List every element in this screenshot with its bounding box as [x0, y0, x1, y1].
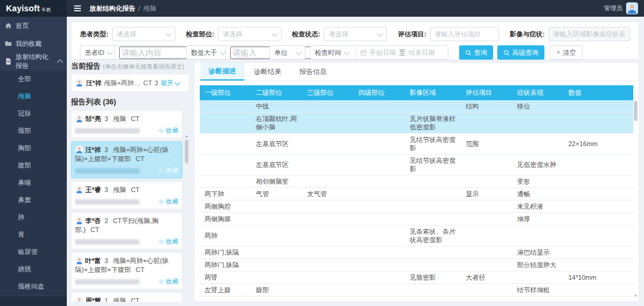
table-cell[interactable]: 22×16mm — [564, 134, 633, 154]
favorite-button[interactable]: ☆收藏 — [158, 197, 178, 206]
table-cell[interactable] — [564, 246, 633, 259]
filter-input[interactable] — [435, 30, 494, 38]
sidebar-subitem[interactable]: 全部 — [0, 70, 67, 88]
app-logo[interactable]: Kayisoft 卡易 — [0, 0, 67, 17]
table-cell[interactable] — [564, 259, 633, 271]
sidebar-subitem[interactable]: 肺 — [0, 209, 67, 226]
sidebar-subitem[interactable]: 颈部 — [0, 122, 67, 140]
table-cell[interactable]: 未见积液 — [512, 200, 564, 213]
tab-diagnosis-description[interactable]: 诊断描述 — [200, 63, 244, 81]
table-cell[interactable] — [512, 225, 564, 246]
table-scrollbar[interactable]: ▼ — [633, 100, 638, 296]
table-cell[interactable] — [302, 246, 354, 259]
tab-diagnosis-result[interactable]: 诊断结果 — [246, 63, 290, 81]
table-cell[interactable] — [461, 113, 512, 134]
table-cell[interactable] — [564, 188, 633, 200]
value-compare-select[interactable]: 数值大于 — [187, 46, 226, 59]
sidebar-subitem[interactable]: 颈椎间盘 — [0, 278, 67, 295]
favorite-button[interactable]: ☆收藏 — [158, 126, 178, 135]
table-cell[interactable] — [564, 213, 633, 225]
sidebar-subitem[interactable]: 胸部 — [0, 140, 67, 157]
list-item[interactable]: 李*杏2CT平扫(颅脑,胸部,)CT☆收藏 — [71, 212, 182, 249]
table-cell[interactable]: 见结节状高密度影 — [405, 154, 461, 175]
table-cell[interactable]: 见致密影 — [405, 271, 461, 284]
table-cell[interactable] — [461, 154, 512, 175]
current-report-card[interactable]: 汪*祥 颅脑+两肺+心... CT 3 展开 — [71, 74, 189, 92]
table-cell[interactable] — [354, 225, 405, 246]
table-cell[interactable] — [405, 246, 461, 259]
sidebar-subitem[interactable]: 输尿管 — [0, 243, 67, 261]
table-cell[interactable] — [302, 284, 354, 296]
table-cell[interactable] — [354, 154, 405, 175]
table-cell[interactable] — [200, 134, 251, 154]
sidebar-item-favorites[interactable]: 我的收藏 — [0, 35, 67, 52]
table-cell[interactable] — [354, 284, 405, 296]
table-cell[interactable]: 两肺门,纵隔 — [200, 246, 251, 259]
filter-select[interactable]: 请选择 — [324, 27, 387, 41]
table-cell[interactable]: 相邻侧脑室 — [251, 175, 302, 188]
table-cell[interactable] — [354, 271, 405, 284]
table-cell[interactable] — [200, 113, 251, 134]
table-cell[interactable]: 14*10mm — [564, 271, 633, 284]
scrollbar-thumb[interactable] — [185, 140, 188, 163]
table-cell[interactable] — [302, 271, 354, 284]
table-cell[interactable]: 左肾上腺 — [200, 284, 251, 296]
table-cell[interactable] — [302, 134, 354, 154]
list-item[interactable]: 王*睿3颅脑CT☆收藏 — [71, 181, 182, 209]
breadcrumb-root[interactable]: 放射结构化报告 — [89, 4, 135, 13]
table-cell[interactable] — [251, 213, 302, 225]
table-cell[interactable] — [354, 213, 405, 225]
table-cell[interactable]: 部分轻度肿大 — [512, 259, 564, 271]
table-cell[interactable]: 右顶颞枕叶,两侧小脑 — [251, 113, 302, 134]
table-cell[interactable] — [354, 113, 405, 134]
favorite-button[interactable]: ☆收藏 — [158, 237, 178, 246]
table-cell[interactable] — [354, 246, 405, 259]
scrollbar-thumb[interactable] — [634, 101, 637, 121]
table-cell[interactable] — [302, 259, 354, 271]
sidebar-item-reports[interactable]: 放射结构化报告 — [0, 52, 67, 70]
filter-input[interactable] — [553, 30, 626, 38]
list-item[interactable]: 周*慧1颅脑CT☆收藏 — [71, 292, 182, 302]
table-cell[interactable] — [564, 200, 633, 213]
table-cell[interactable]: 无殊 — [512, 296, 564, 298]
table-cell[interactable] — [512, 134, 564, 154]
table-cell[interactable] — [405, 175, 461, 188]
scroll-down-icon[interactable]: ▼ — [633, 294, 638, 298]
table-cell[interactable] — [564, 225, 633, 246]
table-cell[interactable]: 变形 — [512, 175, 564, 188]
table-cell[interactable] — [564, 284, 633, 296]
table-cell[interactable] — [564, 113, 633, 134]
table-cell[interactable]: 结节样增粗 — [512, 284, 564, 296]
table-cell[interactable]: 两侧胸腔 — [200, 200, 251, 213]
table-cell[interactable] — [354, 188, 405, 200]
table-cell[interactable] — [200, 100, 251, 113]
table-cell[interactable] — [251, 296, 302, 298]
table-cell[interactable] — [354, 259, 405, 271]
table-cell[interactable] — [461, 200, 512, 213]
table-cell[interactable] — [354, 134, 405, 154]
table-cell[interactable]: 左基底节区 — [251, 154, 302, 175]
table-cell[interactable] — [302, 154, 354, 175]
table-cell[interactable] — [302, 213, 354, 225]
table-cell[interactable] — [461, 284, 512, 296]
list-scrollbar[interactable]: ▲ — [184, 135, 189, 302]
table-cell[interactable] — [251, 246, 302, 259]
table-cell[interactable]: 显示 — [461, 188, 512, 200]
table-cell[interactable] — [200, 175, 251, 188]
table-cell[interactable] — [354, 175, 405, 188]
table-cell[interactable]: 两侧胸膜 — [200, 213, 251, 225]
table-cell[interactable] — [251, 259, 302, 271]
table-cell[interactable] — [302, 113, 354, 134]
favorite-button[interactable]: ☆收藏 — [158, 166, 178, 175]
date-range-picker[interactable]: 开始日期 至 结束日期 — [356, 46, 448, 59]
table-cell[interactable]: 两肾 — [200, 271, 251, 284]
table-cell[interactable] — [354, 100, 405, 113]
table-cell[interactable]: 大者径 — [461, 271, 512, 284]
table-cell[interactable]: 两肺 — [200, 225, 251, 246]
table-cell[interactable] — [200, 154, 251, 175]
sidebar-subitem[interactable]: 腹部 — [0, 157, 67, 174]
table-cell[interactable] — [564, 175, 633, 188]
table-cell[interactable] — [461, 246, 512, 259]
table-cell[interactable] — [302, 225, 354, 246]
table-cell[interactable] — [302, 296, 354, 298]
